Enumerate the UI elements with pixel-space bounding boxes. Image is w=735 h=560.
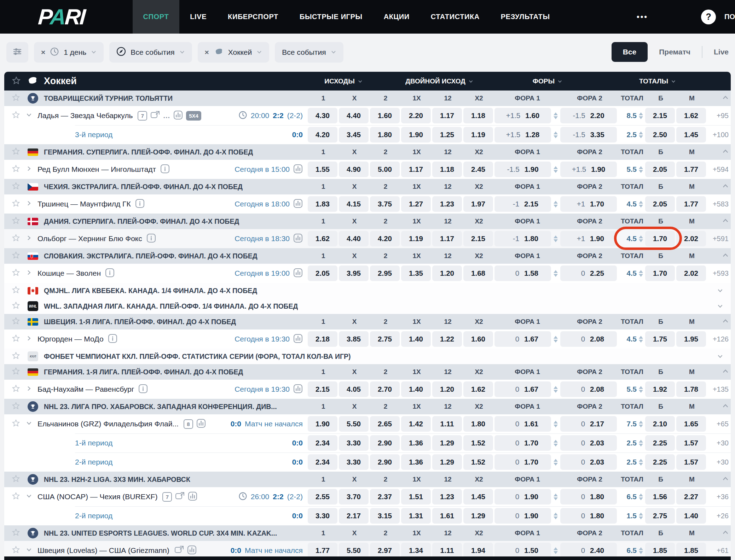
period-name[interactable]: 2-й период [75, 458, 112, 466]
odd-1x[interactable]: 1.27 [401, 196, 431, 212]
total-param[interactable]: 4.5 [619, 269, 637, 278]
odd-1x[interactable]: 1.90 [401, 127, 431, 142]
chevron-right-icon[interactable] [26, 235, 32, 242]
chevron-down-icon[interactable] [26, 547, 32, 554]
odd-12[interactable]: 1.61 [432, 508, 462, 524]
info-icon[interactable] [138, 384, 148, 395]
odd-total-over[interactable]: 1.75 [645, 331, 675, 347]
chevron-up-icon[interactable] [707, 403, 729, 411]
odd-12[interactable]: 1.23 [432, 196, 462, 212]
odd-total-over[interactable]: 2.15 [645, 108, 675, 123]
odd-handicap-2[interactable]: 02.08 [560, 381, 617, 397]
remove-filter-icon[interactable]: × [41, 48, 45, 57]
odd-1[interactable]: 1.83 [308, 196, 337, 212]
star-icon[interactable] [11, 251, 21, 261]
odd-x2[interactable]: 1.29 [463, 508, 493, 524]
odd-handicap-2[interactable]: 02.03 [560, 454, 617, 470]
odd-total-under[interactable]: 2.02 [676, 231, 706, 246]
odd-handicap-1[interactable]: 01.90 [494, 489, 551, 504]
chevron-down-icon[interactable] [26, 112, 32, 119]
star-icon[interactable] [11, 181, 21, 192]
chevron-up-icon[interactable] [707, 148, 729, 156]
odd-12[interactable]: 1.29 [432, 454, 462, 470]
group-handicaps[interactable]: ФОРЫ [533, 77, 562, 85]
odd-1[interactable]: 3.30 [308, 508, 337, 524]
nav-tab-statistics[interactable]: СТАТИСТИКА [420, 0, 490, 34]
odd-x[interactable]: 3.95 [339, 266, 369, 281]
odd-1x[interactable]: 1.42 [401, 416, 431, 432]
odds-move-arrows[interactable] [551, 336, 560, 343]
odds-move-arrows[interactable] [551, 459, 560, 466]
match-name[interactable]: Тршинец — Маунтфилд ГК [37, 200, 131, 208]
odd-x[interactable]: 4.15 [339, 196, 369, 212]
odd-1x[interactable]: 1.40 [401, 331, 431, 347]
odds-move-arrows[interactable] [637, 513, 645, 519]
stream-icon[interactable] [174, 545, 184, 556]
more-markets-count[interactable]: +30 [707, 458, 729, 466]
odd-total-over[interactable]: 1.70 [645, 231, 675, 246]
total-param[interactable]: 2.5 [619, 130, 637, 139]
odd-1[interactable]: 1.77 [308, 543, 337, 558]
odd-x2[interactable]: 1.52 [463, 435, 493, 451]
odds-move-arrows[interactable] [637, 235, 645, 242]
odd-2[interactable]: 2.97 [370, 543, 400, 558]
league-name[interactable]: ШВЕЦИЯ. 1-Я ЛИГА. ПЛЕЙ-ОФФ. ФИНАЛ. ДО 4-… [44, 318, 236, 326]
total-param[interactable]: 4.5 [619, 234, 637, 243]
odd-handicap-2[interactable]: 02.08 [560, 331, 617, 347]
view-tab-prematch[interactable]: Прематч [659, 48, 690, 56]
odd-12[interactable]: 1.18 [432, 162, 462, 177]
more-markets-count[interactable]: +65 [707, 420, 729, 428]
match-name[interactable]: Ельчанинов (GRZ) Филадельфия Флай... [37, 420, 179, 428]
help-link[interactable]: ПО [724, 13, 735, 21]
odds-move-arrows[interactable] [637, 166, 645, 173]
chevron-down-icon[interactable] [26, 493, 32, 500]
odd-x2[interactable]: 1.68 [463, 266, 493, 281]
odd-1[interactable]: 2.34 [308, 454, 337, 470]
odds-move-arrows[interactable] [637, 386, 645, 393]
odd-x[interactable]: 2.17 [339, 508, 369, 524]
chevron-down-icon[interactable] [26, 420, 32, 427]
odd-2[interactable]: 2.65 [370, 416, 400, 432]
more-markets-count[interactable]: +30 [707, 439, 729, 447]
odds-move-arrows[interactable] [551, 132, 560, 138]
odd-x[interactable]: 3.30 [339, 435, 369, 451]
group-totals[interactable]: ТОТАЛЫ [639, 77, 676, 85]
odd-total-under[interactable]: 1.77 [676, 196, 706, 212]
odds-move-arrows[interactable] [637, 270, 645, 277]
odd-total-under[interactable]: 1.95 [676, 331, 706, 347]
odd-handicap-1[interactable]: 01.58 [494, 266, 551, 281]
match-name[interactable]: Бад-Наухайм — Равенсбург [37, 385, 134, 393]
odd-total-under[interactable]: 1.45 [676, 127, 706, 142]
match-name[interactable]: Кошице — Зволен [37, 269, 101, 278]
odd-x[interactable]: 4.40 [339, 108, 369, 123]
odd-handicap-2[interactable]: 02.25 [560, 266, 617, 281]
all-events-dropdown[interactable]: Все события [275, 42, 343, 63]
star-icon[interactable] [11, 199, 21, 209]
odd-handicap-1[interactable]: -12.15 [494, 196, 551, 212]
filter-settings-button[interactable] [6, 42, 28, 63]
odd-1[interactable]: 1.90 [308, 416, 337, 432]
odd-x2[interactable]: 1.97 [463, 196, 493, 212]
total-param[interactable]: 8.5 [619, 111, 637, 120]
odd-x2[interactable]: 1.80 [463, 416, 493, 432]
group-double-chance[interactable]: ДВОЙНОЙ ИСХОД [405, 77, 473, 85]
odd-1x[interactable]: 1.35 [401, 266, 431, 281]
chevron-up-icon[interactable] [707, 476, 729, 484]
odd-12[interactable]: 1.20 [432, 381, 462, 397]
odd-handicap-2[interactable]: +11.70 [560, 196, 617, 212]
star-icon[interactable] [11, 491, 21, 502]
star-icon[interactable] [11, 110, 21, 121]
star-icon[interactable] [11, 334, 21, 344]
total-param[interactable]: 4.5 [619, 200, 637, 208]
odd-12[interactable]: 1.25 [432, 127, 462, 142]
odd-12[interactable]: 1.11 [432, 416, 462, 432]
star-icon[interactable] [11, 419, 21, 429]
nav-tab-cybersport[interactable]: КИБЕРСПОРТ [217, 0, 289, 34]
statistics-icon[interactable] [187, 545, 197, 556]
chevron-down-icon[interactable] [717, 354, 731, 359]
odd-handicap-1[interactable]: 01.67 [494, 381, 551, 397]
odd-1[interactable]: 2.18 [308, 331, 337, 347]
league-name[interactable]: QMJHL. ЛИГА КВЕБЕКА. КАНАДА. 1/4 ФИНАЛА.… [44, 287, 257, 295]
statistics-icon[interactable] [293, 233, 303, 244]
league-name[interactable]: СЛОВАКИЯ. ЭКСТРАЛИГА. ПЛЕЙ-ОФФ. ФИНАЛ. Д… [44, 252, 257, 260]
